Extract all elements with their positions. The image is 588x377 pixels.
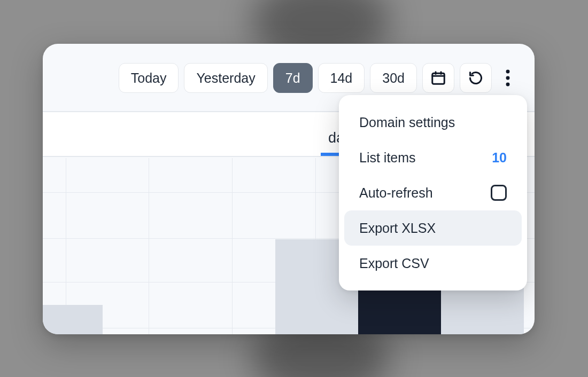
chart-bar [43, 305, 103, 334]
svg-point-4 [506, 70, 510, 74]
auto-refresh-checkbox[interactable] [491, 185, 507, 201]
svg-point-6 [506, 83, 510, 87]
menu-item-label: Auto-refresh [359, 185, 433, 201]
gridline-vertical [232, 158, 233, 334]
svg-point-5 [506, 76, 510, 80]
menu-item-label: Domain settings [359, 115, 455, 130]
more-options-menu: Domain settings List items 10 Auto-refre… [339, 95, 527, 290]
menu-item-label: Export XLSX [359, 221, 436, 236]
range-today-button[interactable]: Today [119, 63, 179, 93]
gridline-vertical [149, 158, 149, 334]
range-7d-button[interactable]: 7d [273, 63, 313, 93]
svg-rect-0 [432, 73, 445, 84]
menu-item-label: List items [359, 150, 416, 166]
analytics-card: Today Yesterday 7d 14d 30d [43, 44, 535, 334]
range-14d-button[interactable]: 14d [318, 63, 365, 93]
refresh-button[interactable] [460, 63, 492, 93]
calendar-icon [430, 70, 446, 86]
custom-date-button[interactable] [422, 63, 454, 93]
range-30d-button[interactable]: 30d [370, 63, 417, 93]
kebab-icon [505, 69, 510, 87]
menu-item-list-items[interactable]: List items 10 [344, 140, 522, 175]
menu-item-label: Export CSV [359, 256, 429, 271]
menu-item-export-xlsx[interactable]: Export XLSX [344, 210, 522, 246]
list-items-value[interactable]: 10 [492, 150, 507, 166]
menu-item-auto-refresh[interactable]: Auto-refresh [344, 175, 522, 210]
refresh-icon [468, 70, 483, 85]
date-range-toolbar: Today Yesterday 7d 14d 30d [119, 63, 519, 93]
more-options-button[interactable] [497, 63, 519, 93]
menu-item-domain-settings[interactable]: Domain settings [344, 105, 522, 140]
range-yesterday-button[interactable]: Yesterday [184, 63, 267, 93]
menu-item-export-csv[interactable]: Export CSV [344, 246, 522, 281]
